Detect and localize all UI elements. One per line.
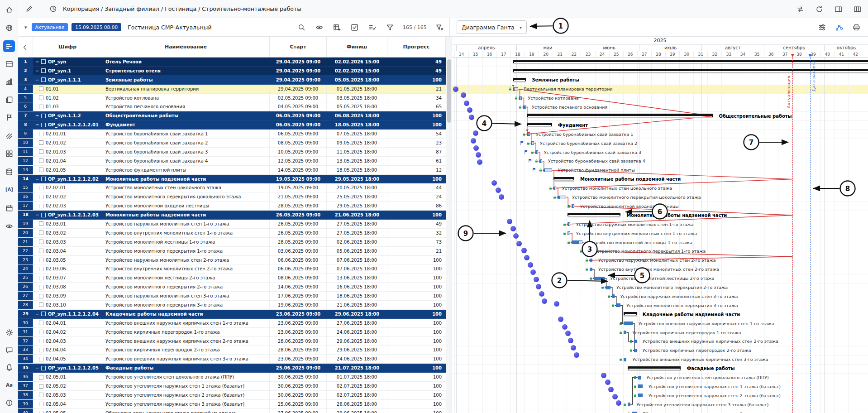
table-row[interactable]: 3−OP_syn.1.1.1Земляные работы29.04.2025 … <box>18 76 446 85</box>
summary-bar[interactable] <box>553 177 574 179</box>
table-row[interactable]: 1902.03.01Устройство наружных монолитных… <box>18 220 446 229</box>
row-checkbox[interactable] <box>39 195 43 199</box>
gantt-bar[interactable] <box>531 141 534 145</box>
table-row[interactable]: 7−OP_syn.1.1.2Общестроительные работы06.… <box>18 111 446 120</box>
row-checkbox[interactable] <box>39 303 43 307</box>
gantt-bar[interactable] <box>584 250 589 253</box>
summary-bar[interactable] <box>527 123 552 125</box>
row-checkbox[interactable] <box>39 240 43 244</box>
row-checkbox[interactable] <box>41 77 46 82</box>
gantt-bar[interactable] <box>558 196 566 199</box>
header-cell-2[interactable]: Наименование <box>102 37 270 57</box>
table-row[interactable]: 2802.03.10Устройство монолитного перекры… <box>18 301 446 310</box>
sidebar-item-info[interactable] <box>3 397 15 408</box>
table-row[interactable]: 1302.01.05Устройство фундаментной плиты1… <box>18 166 446 175</box>
row-checkbox[interactable] <box>39 132 43 136</box>
header-cell-3[interactable]: Старт <box>270 37 327 57</box>
row-checkbox[interactable] <box>39 231 43 235</box>
row-checkbox[interactable] <box>39 105 43 109</box>
swap-columns-button[interactable] <box>796 5 805 14</box>
row-checkbox[interactable] <box>39 204 43 208</box>
gantt-bar[interactable] <box>628 403 630 406</box>
summary-bar[interactable] <box>513 78 526 80</box>
table-row[interactable]: 18−OP_syn.1.1.2.1.2.03Монолитные работы … <box>18 211 446 220</box>
gantt-bar[interactable] <box>612 294 615 298</box>
row-checkbox[interactable] <box>39 375 43 379</box>
table-row[interactable]: 1202.01.04Устройство буронабивных свай з… <box>18 157 446 166</box>
refresh-button[interactable] <box>815 5 824 14</box>
row-checkbox[interactable] <box>39 96 43 100</box>
expander-icon[interactable]: − <box>35 67 39 75</box>
table-row[interactable]: 401.01Вертикальная планировка территории… <box>18 85 446 94</box>
table-row[interactable]: 14−OP_syn.1.1.2.1.2.02Монолитные работы … <box>18 175 446 184</box>
row-checkbox[interactable] <box>39 339 43 343</box>
row-checkbox[interactable] <box>39 267 43 271</box>
visibility-button[interactable] <box>315 23 324 32</box>
sidebar-item-flags-view[interactable] <box>3 111 15 123</box>
row-checkbox[interactable] <box>39 348 43 352</box>
gantt-bar[interactable] <box>594 277 605 280</box>
table-settings-button[interactable] <box>332 23 341 32</box>
summary-bar[interactable] <box>568 213 620 215</box>
sidebar-item-globe[interactable] <box>3 22 15 34</box>
expander-icon[interactable]: − <box>35 211 39 219</box>
tasks-check-button[interactable] <box>350 23 359 32</box>
gantt-bar[interactable] <box>523 106 526 109</box>
table-row[interactable]: 1102.01.03Устройство буронабивных свай з… <box>18 148 446 157</box>
history-button[interactable] <box>48 5 57 14</box>
sidebar-item-codes-view[interactable]: [A] <box>3 183 15 195</box>
row-checkbox[interactable] <box>39 384 43 389</box>
table-row[interactable]: 3702.05.02Устройство утеплителя наружных… <box>18 382 446 391</box>
filter-button[interactable] <box>385 23 394 32</box>
gantt-bar[interactable] <box>590 268 592 271</box>
row-checkbox[interactable] <box>39 149 43 154</box>
sidebar-item-forms-view[interactable] <box>3 58 15 70</box>
sidebar-item-documents-view[interactable] <box>3 94 15 106</box>
table-row[interactable]: 2702.03.09Устройство наружных монолитных… <box>18 292 446 301</box>
row-checkbox[interactable] <box>39 186 43 190</box>
sidebar-item-hatching-view[interactable] <box>3 130 15 142</box>
row-checkbox[interactable] <box>39 411 43 413</box>
gantt-bar[interactable] <box>638 376 641 379</box>
table-row[interactable]: 1602.02.02Устройство монолитного перекры… <box>18 192 446 202</box>
sidebar-item-database-view[interactable] <box>3 166 15 178</box>
row-checkbox[interactable] <box>41 123 46 127</box>
display-settings-button[interactable] <box>817 23 826 32</box>
row-checkbox[interactable] <box>39 140 43 145</box>
gantt-bar[interactable] <box>572 240 582 244</box>
gantt-bar[interactable] <box>572 204 574 208</box>
table-row[interactable]: 601.03Устройство песчаного основания04.0… <box>18 102 446 111</box>
gantt-bar[interactable] <box>527 132 530 136</box>
gantt-bar[interactable] <box>634 349 637 352</box>
breadcrumb[interactable]: Корпорация / Западный филиал / Гостиница… <box>63 5 301 12</box>
row-checkbox[interactable] <box>41 68 46 73</box>
table-row[interactable]: 1002.01.02Устройство буронабивных свай з… <box>18 139 446 148</box>
gantt-bar[interactable] <box>638 384 643 388</box>
layout-columns-button[interactable] <box>853 5 862 14</box>
sidebar-item-brightness[interactable] <box>3 327 15 338</box>
sidebar-item-gantt-view[interactable] <box>3 40 15 52</box>
table-row[interactable]: 1702.02.03Устройство монолитной входной … <box>18 202 446 211</box>
table-row[interactable]: 2502.03.07Устройство монолитной лестницы… <box>18 274 446 283</box>
header-cell-1[interactable]: Шифр <box>33 37 102 57</box>
gantt-bar[interactable] <box>568 222 570 226</box>
row-checkbox[interactable] <box>39 402 43 406</box>
row-checkbox[interactable] <box>41 312 46 316</box>
table-row[interactable]: 3402.04.05Устройство внешних наружных ки… <box>18 355 446 364</box>
sidebar-item-calendar-view[interactable] <box>3 202 15 214</box>
table-row[interactable]: 1−OP_synОтель Речной29.04.2025 09:0002.0… <box>18 58 446 67</box>
gantt-bar[interactable] <box>634 340 637 343</box>
table-scrollbar[interactable] <box>446 37 452 413</box>
gantt-bar[interactable] <box>638 394 643 397</box>
summary-bar[interactable] <box>527 114 713 116</box>
table-row[interactable]: 3902.05.04Устройство утеплителя наружных… <box>18 400 446 409</box>
table-row[interactable]: 3302.04.04Устройство кирпичных перегород… <box>18 346 446 355</box>
table-row[interactable]: 2302.03.05Устройство наружных монолитных… <box>18 256 446 265</box>
row-checkbox[interactable] <box>41 177 46 181</box>
table-row[interactable]: 2−OP_syn.1Строительство отеля29.04.2025 … <box>18 67 446 76</box>
table-row[interactable]: 2402.03.06Устройство внутренних монолитн… <box>18 264 446 274</box>
gantt-bar[interactable] <box>539 159 542 163</box>
row-checkbox[interactable] <box>39 330 43 334</box>
table-row[interactable]: 3002.04.01Устройство внешних наружных ки… <box>18 319 446 328</box>
table-row[interactable]: 1502.02.01Устройство монолитных стен цок… <box>18 183 446 192</box>
